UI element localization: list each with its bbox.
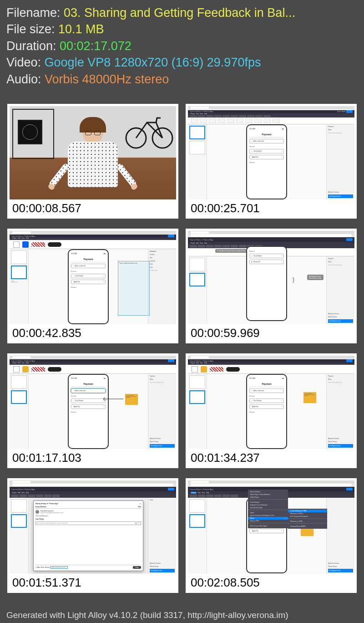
duration-line: Duration: 00:02:17.072 bbox=[6, 38, 358, 54]
thumbnail-image: Course Demo > Podcast App ProjectEditVie… bbox=[188, 480, 354, 574]
duration-value: 00:02:17.072 bbox=[60, 39, 131, 53]
share-button bbox=[346, 110, 353, 113]
timestamp-label: 00:02:08.505 bbox=[188, 574, 354, 591]
thumbnail-frame[interactable]: Course Demo > Podcast App ProjectEditVie… bbox=[186, 478, 357, 593]
close-button: Close bbox=[133, 566, 141, 569]
filename-line: Filename: 03. Sharing and Getting Feedba… bbox=[6, 5, 358, 21]
tooltip: H Curly Brace Drag and drop or double cl… bbox=[215, 249, 250, 253]
video-value: Google VP8 1280x720 (16:9) 29.970fps bbox=[45, 56, 261, 69]
timestamp-label: 00:00:08.567 bbox=[10, 199, 176, 216]
thumbnail-image: Course Demo > Podcast App ProjectEditVie… bbox=[188, 356, 354, 449]
thumbnail-image: Course Demo > Podcast AppQuick Add Proje… bbox=[188, 106, 354, 199]
close-icon: ✕ bbox=[140, 503, 141, 505]
thumbnail-frame[interactable]: Course Demo > Podcast App ProjectEditVie… bbox=[186, 229, 357, 343]
timestamp-label: 00:00:59.969 bbox=[188, 324, 354, 341]
timestamp-label: 00:01:17.103 bbox=[10, 449, 176, 466]
sharing-dialog: Sharing Settings for "Podcast App"✕ Proj… bbox=[33, 500, 143, 571]
video-line: Video: Google VP8 1280x720 (16:9) 29.970… bbox=[6, 54, 358, 71]
filename-label: Filename: bbox=[6, 6, 64, 20]
invite-input: enter names or email addresses, comma-se… bbox=[35, 521, 136, 525]
breadcrumb: Course Demo > Podcast App bbox=[190, 110, 213, 112]
project-menu: Rename Project... Share Project / Projec… bbox=[248, 490, 288, 528]
thumbnail-frame[interactable]: Course Demo > Podcast AppQuick Add Proje… bbox=[186, 104, 357, 219]
timestamp-label: 00:00:42.835 bbox=[10, 324, 176, 341]
thumbnail-image: Course Demo > Podcast App ProjectEditVie… bbox=[10, 231, 176, 324]
video-label: Video: bbox=[6, 56, 45, 69]
quick-add: Quick Add bbox=[337, 110, 345, 112]
send-icon: ✎ bbox=[136, 521, 141, 525]
sticky-note: I want to make this obvious primary acti… bbox=[125, 394, 138, 405]
media-info-block: Filename: 03. Sharing and Getting Feedba… bbox=[0, 0, 364, 91]
thumbnail-frame[interactable]: Course Demo > Podcast App ProjectEditVie… bbox=[186, 353, 357, 468]
audio-value: Vorbis 48000Hz stereo bbox=[45, 72, 169, 86]
filesize-line: File size: 10.1 MB bbox=[6, 21, 358, 37]
sticky-note: I want to make this obvious primary acti… bbox=[303, 392, 316, 403]
generator-footer: Generated with Light Alloy v4.10.2 (buil… bbox=[6, 610, 288, 620]
thumbnail-grid: 00:00:08.567 Course Demo > Podcast AppQu… bbox=[0, 91, 364, 597]
duration-label: Duration: bbox=[6, 39, 60, 53]
filesize-label: File size: bbox=[6, 22, 58, 36]
audio-label: Audio: bbox=[6, 72, 45, 86]
thumbnail-image: Course Demo > Podcast App ProjectEditVie… bbox=[10, 480, 176, 574]
timestamp-label: 00:00:25.701 bbox=[188, 199, 354, 216]
panel-title: Payment bbox=[328, 126, 353, 128]
timestamp-label: 00:01:34.237 bbox=[188, 449, 354, 466]
phone-title: Payment bbox=[249, 132, 284, 138]
thumbnail-image bbox=[10, 106, 176, 199]
thumbnail-frame[interactable]: Course Demo > Podcast App ProjectEditVie… bbox=[7, 229, 178, 343]
comment-box: I want to hide the obvious one bbox=[118, 261, 150, 316]
filesize-value: 10.1 MB bbox=[58, 22, 104, 36]
thumbnail-frame[interactable]: Course Demo > Podcast App ProjectEditVie… bbox=[7, 353, 178, 468]
timestamp-label: 00:01:51.371 bbox=[10, 574, 176, 591]
export-submenu: Current Wireframe to PNG... Wireframes t… bbox=[288, 509, 327, 529]
alt-version-selected: Two Payment Lists bbox=[328, 194, 353, 198]
thumbnail-image: Course Demo > Podcast App ProjectEditVie… bbox=[188, 231, 354, 324]
audio-line: Audio: Vorbis 48000Hz stereo bbox=[6, 71, 358, 87]
filename-value: 03. Sharing and Getting Feedback in Bal.… bbox=[64, 6, 295, 20]
thumbnail-frame[interactable]: Course Demo > Podcast App ProjectEditVie… bbox=[7, 478, 178, 593]
thumbnail-frame[interactable]: 00:00:08.567 bbox=[7, 104, 178, 219]
thumbnail-image: Course Demo > Podcast App ProjectEditVie… bbox=[10, 356, 176, 449]
callout-box: A paragraph of text. A second row of tex… bbox=[307, 275, 324, 280]
